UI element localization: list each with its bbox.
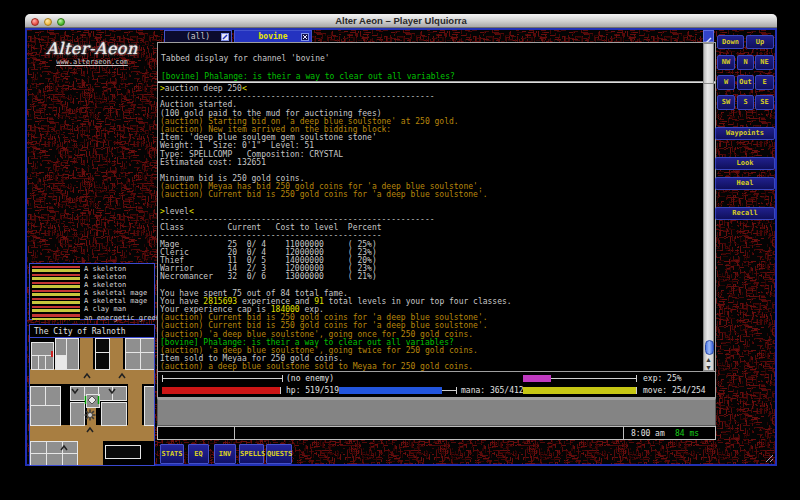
scrollbar-thumb[interactable] [705, 340, 714, 355]
move-gauge-fill [523, 387, 636, 394]
entity-health-bars [32, 265, 80, 272]
nav-waypoints-button[interactable]: Waypoints [715, 127, 775, 140]
tab-all[interactable]: (all) [164, 30, 232, 42]
terminal-scrollback[interactable]: >auction deep 250<----------------------… [157, 82, 716, 372]
entity-list: A skeletonA skeletonA skeletonA skeletal… [29, 263, 155, 320]
command-row[interactable]: 8:00 am 84 ms [157, 426, 716, 440]
exp-label: exp: 25% [643, 374, 682, 383]
entity-hp-bar [32, 266, 80, 269]
entity-health-bars [32, 289, 80, 296]
exp-gauge-fill [523, 375, 551, 382]
channel-pane[interactable]: Tabbed display for channel 'bovine' [bov… [157, 42, 716, 82]
scroll-down-arrow[interactable]: ▼ [705, 364, 712, 371]
entity-name: A clay man [84, 305, 126, 313]
entity-name: an energetic green [84, 314, 160, 322]
resize-grip[interactable] [764, 453, 774, 463]
nav-heal-button[interactable]: Heal [715, 177, 775, 190]
website-link[interactable]: www.alteraeon.com [27, 58, 157, 67]
entity-health-bars [32, 297, 80, 304]
nav-out-button[interactable]: Out [737, 75, 754, 90]
nav-e-button[interactable]: E [755, 75, 774, 90]
hp-label: hp: 519/519 [286, 386, 339, 395]
scrollbar-divider [704, 83, 715, 84]
tab-bar-edit-icon[interactable] [703, 30, 714, 42]
nav-s-button[interactable]: S [737, 95, 754, 110]
divider [623, 427, 624, 439]
terminal-column: (all)bovine Tabbed display for channel '… [157, 30, 716, 464]
eq-button[interactable]: EQ [188, 444, 209, 464]
game-time: 8:00 am [631, 429, 665, 438]
terminal-line: Estimated cost: 132651 [160, 159, 715, 167]
tab-bovine[interactable]: bovine [234, 30, 312, 42]
enemy-gauge [162, 378, 282, 379]
nav-recall-button[interactable]: Recall [715, 207, 775, 220]
hp-gauge-fill [162, 387, 280, 394]
entity-hp-bar [32, 282, 80, 285]
entity-hp-bar [32, 314, 80, 317]
channel-chat-line: [bovine] Phalange: is their a way to cle… [161, 72, 455, 81]
entity-name: A skeleton [84, 265, 126, 273]
city-map[interactable] [30, 338, 154, 465]
entity-row[interactable]: A skeletal mage [31, 297, 154, 305]
entity-mana-bar [32, 269, 80, 272]
entity-row[interactable]: A skeletal mage [31, 289, 154, 297]
nav-down-button[interactable]: Down [717, 35, 744, 49]
terminal-line: (auction) Current bid is 250 gold coins … [160, 191, 715, 199]
tab-toggle-icon[interactable] [221, 33, 229, 41]
mana-label: mana: 365/412 [461, 386, 524, 395]
terminal-line [160, 200, 715, 208]
nav-nw-button[interactable]: NW [717, 55, 735, 70]
nav-sw-button[interactable]: SW [717, 95, 735, 110]
entity-mana-bar [32, 285, 80, 288]
stats-button[interactable]: STATS [160, 444, 184, 464]
entity-health-bars [32, 305, 80, 312]
nav-look-button[interactable]: Look [715, 157, 775, 170]
nav-se-button[interactable]: SE [755, 95, 774, 110]
map-panel: The City of Ralnoth [29, 324, 155, 466]
terminal-line: ----------------------------------------… [160, 93, 715, 101]
entity-mana-bar [32, 318, 80, 321]
nav-n-button[interactable]: N [737, 55, 754, 70]
window-body: Alter-Aeon www.alteraeon.com A skeletonA… [25, 28, 777, 466]
scroll-up-arrow[interactable]: ▲ [705, 356, 712, 363]
entity-health-bars [32, 273, 80, 280]
nav-ne-button[interactable]: NE [755, 55, 774, 70]
entity-mana-bar [32, 293, 80, 296]
entity-row[interactable]: A skeleton [31, 281, 154, 289]
window-title: Alter Aeon – Player Ulquiorra [25, 15, 777, 27]
inv-button[interactable]: INV [214, 444, 236, 464]
entity-hp-bar [32, 274, 80, 277]
entity-health-bars [32, 314, 80, 321]
tab-close-icon[interactable] [301, 33, 309, 41]
mana-gauge-fill [339, 387, 442, 394]
entity-row[interactable]: A clay man [31, 305, 154, 313]
entity-mana-bar [32, 277, 80, 280]
entity-row[interactable]: A skeleton [31, 265, 154, 273]
entity-row[interactable]: A skeleton [31, 273, 154, 281]
quests-button[interactable]: QUESTS [266, 444, 292, 464]
divider [234, 427, 235, 439]
window-titlebar[interactable]: Alter Aeon – Player Ulquiorra [25, 14, 777, 28]
status-bars: (no enemy)exp: 25%hp: 519/519mana: 365/4… [157, 372, 716, 398]
entity-health-bars [32, 281, 80, 288]
nav-w-button[interactable]: W [717, 75, 735, 90]
entity-hp-bar [32, 298, 80, 301]
entity-name: A skeletal mage [84, 297, 147, 305]
latency-value: 84 ms [675, 429, 699, 438]
entity-hp-bar [32, 306, 80, 309]
entity-mana-bar [32, 301, 80, 304]
nav-up-button[interactable]: Up [746, 35, 774, 49]
terminal-line: Necromancer 32 0/ 6 13000000 ( 21%) [160, 273, 715, 281]
scrollbar[interactable]: ▲ ▼ [703, 43, 714, 371]
entity-name: A skeleton [84, 273, 126, 281]
terminal-line: (auction) a deep blue soulstone sold to … [160, 363, 715, 371]
channel-info-line: Tabbed display for channel 'bovine' [161, 54, 330, 63]
entity-hp-bar [32, 290, 80, 293]
entity-name: A skeletal mage [84, 289, 147, 297]
entity-row[interactable]: an energetic green [31, 314, 154, 322]
entity-name: A skeleton [84, 281, 126, 289]
move-label: move: 254/254 [643, 386, 706, 395]
input-panel[interactable] [157, 398, 716, 426]
enemy-label: (no enemy) [286, 374, 334, 383]
spells-button[interactable]: SPELLS [239, 444, 264, 464]
